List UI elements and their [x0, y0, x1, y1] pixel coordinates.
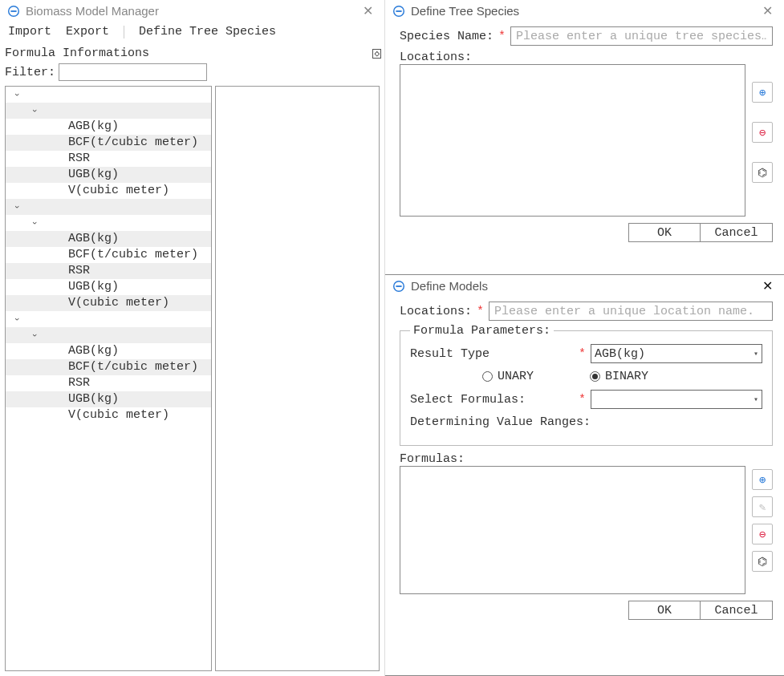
result-type-value: AGB(kg) — [595, 347, 645, 361]
radio-binary[interactable]: BINARY — [590, 370, 648, 383]
tree-item-label: BCF(t/cubic meter) — [68, 136, 198, 149]
chevron-down-icon: ▾ — [754, 349, 758, 358]
tree-item-label: RSR — [68, 152, 90, 165]
cancel-button[interactable]: Cancel — [701, 223, 773, 242]
ok-button[interactable]: OK — [628, 601, 701, 620]
plus-icon: ⊕ — [759, 86, 766, 99]
locations-label: Locations: — [400, 51, 472, 64]
edit-formula-button[interactable]: ✎ — [752, 496, 773, 517]
tree-item[interactable]: RSR — [6, 263, 211, 279]
formulas-listbox[interactable] — [400, 466, 745, 594]
tree-item[interactable]: RSR — [6, 151, 211, 167]
define-tree-species-dialog: Define Tree Species ✕ Species Name: * Lo… — [385, 0, 784, 275]
tree-item-label: UGB(kg) — [68, 392, 119, 406]
tree-group[interactable]: › — [6, 199, 211, 215]
species-name-input[interactable] — [510, 26, 773, 46]
tree-item-label: BCF(t/cubic meter) — [68, 360, 198, 374]
app-logo-icon — [6, 4, 21, 18]
required-marker: * — [579, 347, 586, 361]
tree-item[interactable]: RSR — [6, 375, 211, 391]
formula-parameters-legend: Formula Parameters: — [410, 324, 554, 338]
svg-rect-1 — [10, 10, 16, 12]
result-type-select[interactable]: AGB(kg) ▾ — [591, 344, 762, 363]
tree-subgroup[interactable]: › — [6, 103, 211, 119]
chevron-down-icon: › — [9, 90, 25, 99]
close-icon[interactable]: ✕ — [758, 278, 778, 293]
dock-icon[interactable]: ◇ — [372, 49, 381, 59]
tree-item-label: AGB(kg) — [68, 119, 119, 133]
menu-define-species[interactable]: Define Tree Species — [139, 25, 276, 38]
select-formulas-select[interactable]: ▾ — [591, 390, 762, 409]
tree-group[interactable]: › — [6, 87, 211, 103]
formula-tree[interactable]: ››AGB(kg)BCF(t/cubic meter)RSRUGB(kg)V(c… — [5, 86, 212, 671]
app-logo-icon — [392, 4, 406, 18]
define-models-dialog: Define Models ✕ Locations: * Formula Par… — [385, 275, 784, 676]
locations-listbox[interactable] — [400, 64, 745, 217]
radio-unary-label: UNARY — [498, 370, 534, 383]
radio-unary[interactable]: UNARY — [482, 370, 534, 383]
ok-button[interactable]: OK — [628, 223, 701, 242]
titlebar: Biomass Model Manager ✕ — [0, 0, 384, 22]
chevron-down-icon: › — [26, 330, 43, 340]
radio-off-icon — [482, 371, 493, 382]
filter-label: Filter: — [5, 66, 55, 79]
edit-icon: ✎ — [759, 500, 766, 514]
chevron-down-icon: › — [26, 106, 43, 115]
dialog-title: Define Models — [411, 279, 488, 293]
remove-formula-button[interactable]: ⊖ — [752, 524, 773, 544]
plus-icon: ⊕ — [759, 473, 766, 487]
chevron-down-icon: › — [9, 202, 25, 212]
tree-item-label: RSR — [68, 264, 90, 277]
tree-item[interactable]: UGB(kg) — [6, 167, 211, 183]
tree-item[interactable]: UGB(kg) — [6, 391, 211, 407]
tree-subgroup[interactable]: › — [6, 215, 211, 231]
tree-item[interactable]: V(cubic meter) — [6, 407, 211, 423]
tree-item[interactable]: AGB(kg) — [6, 119, 211, 135]
locations-input[interactable] — [489, 302, 773, 321]
tree-item-label: RSR — [68, 376, 90, 390]
radio-binary-label: BINARY — [605, 370, 648, 383]
filter-input[interactable] — [59, 63, 207, 81]
chevron-down-icon: › — [26, 218, 43, 228]
window-title: Biomass Model Manager — [26, 4, 159, 18]
result-type-label: Result Type — [410, 347, 579, 361]
required-marker: * — [498, 30, 506, 43]
menu-separator — [124, 26, 124, 38]
tree-item[interactable]: V(cubic meter) — [6, 183, 211, 199]
tree-item[interactable]: AGB(kg) — [6, 231, 211, 247]
menu-import[interactable]: Import — [8, 25, 51, 38]
add-formula-button[interactable]: ⊕ — [752, 469, 773, 490]
menubar: Import Export Define Tree Species — [0, 22, 384, 45]
tree-item[interactable]: V(cubic meter) — [6, 295, 211, 311]
remove-location-button[interactable]: ⊖ — [752, 122, 773, 143]
tree-item[interactable]: UGB(kg) — [6, 279, 211, 295]
tree-item-label: UGB(kg) — [68, 168, 119, 181]
clear-locations-button[interactable]: ⌬ — [752, 162, 773, 183]
tree-item-label: V(cubic meter) — [68, 408, 169, 422]
ranges-label: Determining Value Ranges: — [410, 415, 591, 429]
clear-formulas-button[interactable]: ⌬ — [752, 551, 773, 572]
tree-item[interactable]: BCF(t/cubic meter) — [6, 135, 211, 151]
tree-item[interactable]: BCF(t/cubic meter) — [6, 247, 211, 263]
tree-item[interactable]: AGB(kg) — [6, 343, 211, 359]
tree-group[interactable]: › — [6, 311, 211, 327]
tree-item-label: V(cubic meter) — [68, 184, 169, 197]
locations-label: Locations: — [400, 305, 472, 318]
close-icon[interactable]: ✕ — [758, 3, 778, 18]
panel-title: Formula Informations — [5, 47, 149, 60]
tree-item[interactable]: BCF(t/cubic meter) — [6, 359, 211, 375]
radio-on-icon — [590, 371, 600, 382]
chevron-down-icon: › — [9, 314, 25, 324]
formulas-label: Formulas: — [400, 452, 465, 466]
add-location-button[interactable]: ⊕ — [752, 82, 773, 103]
tree-item-label: UGB(kg) — [68, 280, 119, 293]
tree-subgroup[interactable]: › — [6, 327, 211, 343]
select-formulas-label: Select Formulas: — [410, 393, 579, 407]
menu-export[interactable]: Export — [66, 25, 109, 38]
required-marker: * — [579, 393, 586, 407]
close-icon[interactable]: ✕ — [358, 3, 378, 18]
formula-preview — [215, 86, 380, 671]
broom-icon: ⌬ — [758, 555, 767, 569]
dialog-title: Define Tree Species — [411, 4, 519, 18]
cancel-button[interactable]: Cancel — [701, 601, 773, 620]
